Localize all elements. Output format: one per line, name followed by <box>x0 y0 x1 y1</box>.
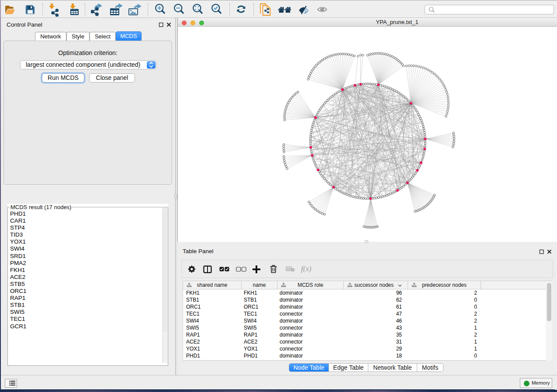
svg-text:f(x): f(x) <box>301 265 311 273</box>
